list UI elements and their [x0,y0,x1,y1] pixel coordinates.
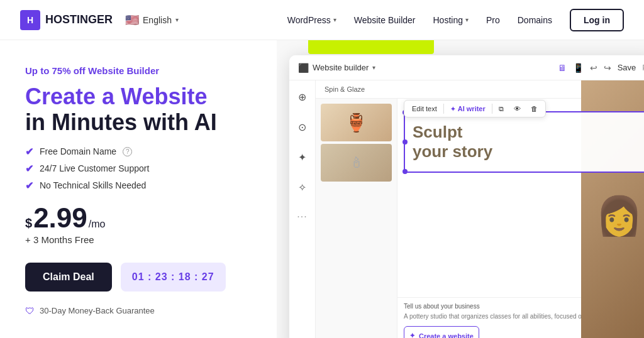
countdown-timer: 01 : 23 : 18 : 27 [121,263,226,292]
resize-handle-ml[interactable] [402,139,408,144]
floating-toolbar: Edit text ✦ AI writer ⧉ 👁 [404,100,546,117]
shield-icon: 🛡 [25,305,35,316]
chevron-down-icon: ▾ [372,64,375,71]
claim-deal-button[interactable]: Claim Deal [25,263,112,292]
login-button[interactable]: Log in [570,9,624,31]
site-images-column: 🏺 🕯 [316,99,397,338]
sparkle-icon: ✦ [409,332,415,338]
editor-window: ⬛ Website builder ▾ 🖥 📱 ↩ ↪ Save P ⊕ ⊙ [289,55,644,338]
desktop-icon[interactable]: 🖥 [558,63,567,73]
lime-accent-bar [308,40,434,54]
check-icon: ✔ [25,163,33,175]
free-months-label: + 3 Months Free [25,234,257,245]
toolbar-divider [492,104,492,114]
person-silhouette-icon: 👩 [596,194,643,238]
create-website-button[interactable]: ✦ Create a website [404,326,479,338]
copy-tool[interactable]: ⧉ [494,102,509,116]
chevron-down-icon: ▾ [333,16,336,23]
feature-support: ✔ 24/7 Live Customer Support [25,163,257,175]
add-tool[interactable]: ⊕ [294,88,311,106]
more-tools-icon: ··· [297,211,307,222]
nav-hosting[interactable]: Hosting ▾ [433,15,468,25]
nav-pro[interactable]: Pro [486,15,500,25]
undo-icon[interactable]: ↩ [590,63,597,73]
nav-website-builder[interactable]: Website Builder [354,15,416,25]
features-list: ✔ Free Domain Name ? ✔ 24/7 Live Custome… [25,146,257,192]
navigate-tool[interactable]: ⊙ [294,118,311,136]
editor-sidebar: ⊕ ⊙ ✦ ✧ ··· [289,80,316,338]
logo-icon: H [20,10,40,30]
check-icon: ✔ [25,180,33,192]
save-button[interactable]: Save [618,63,636,72]
language-selector[interactable]: 🇺🇸 English ▾ [125,13,179,27]
chevron-down-icon: ▾ [465,16,469,23]
editor-canvas: Spin & Glaze 🏺 🕯 [316,80,644,338]
pricing-section: $ 2.99 /mo + 3 Months Free [25,204,257,245]
nav-wordpress[interactable]: WordPress ▾ [287,15,336,25]
price-period: /mo [89,219,106,230]
navbar: H HOSTINGER 🇺🇸 English ▾ WordPress ▾ Web… [0,0,644,40]
brand-name: HOSTINGER [45,13,113,26]
currency-symbol: $ [25,216,32,231]
help-icon[interactable]: ? [123,147,132,156]
cta-row: Claim Deal 01 : 23 : 18 : 27 [25,263,257,292]
language-label: English [143,15,172,25]
feature-no-skills: ✔ No Technical Skills Needed [25,180,257,192]
toolbar-divider [443,104,444,114]
edit-text-tool[interactable]: Edit text [407,102,442,115]
ai-writer-tool[interactable]: ✦ AI writer [445,102,491,115]
editor-topbar: ⬛ Website builder ▾ 🖥 📱 ↩ ↪ Save P [289,55,644,80]
chevron-down-icon: ▾ [175,16,179,23]
pottery-image: 🏺 [321,104,392,141]
discount-percent: 75% [52,65,71,76]
guarantee-badge: 🛡 30-Day Money-Back Guarantee [25,305,257,316]
check-icon: ✔ [25,146,33,158]
feature-domain: ✔ Free Domain Name ? [25,146,257,158]
hero-text-content: Sculptyour story [413,123,641,161]
hero-title: Create a Website in Minutes with AI [25,84,257,136]
element-tool[interactable]: ✧ [294,178,311,196]
site-preview: Spin & Glaze 🏺 🕯 [316,80,644,338]
flag-icon: 🇺🇸 [125,13,139,27]
preview-tool[interactable]: 👁 [509,102,526,115]
editor-topbar-label: Website builder [313,63,369,72]
redo-icon[interactable]: ↪ [604,63,611,73]
preview-area: ⬛ Website builder ▾ 🖥 📱 ↩ ↪ Save P ⊕ ⊙ [277,40,644,338]
delete-tool[interactable]: 🗑 [526,102,543,115]
mobile-icon[interactable]: 📱 [573,63,584,73]
selected-text-element[interactable]: Sculptyour story [404,111,644,173]
candles-image: 🕯 [321,144,392,182]
price-value: 2.99 [33,204,87,232]
ai-tool[interactable]: ✦ [294,148,311,166]
nav-domains[interactable]: Domains [518,15,552,25]
resize-handle-bl[interactable] [402,169,408,174]
sparkle-icon: ✦ [450,106,455,112]
logo: H HOSTINGER [20,10,113,30]
hero-section: Up to 75% off Website Builder Create a W… [0,40,277,338]
discount-badge: Up to 75% off Website Builder [25,65,257,76]
